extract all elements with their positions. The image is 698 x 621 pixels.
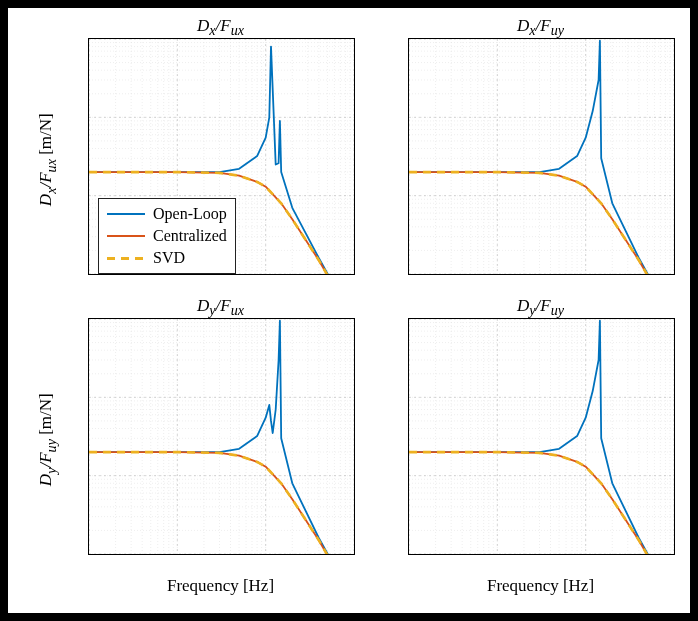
title-bottom-right: Dy/Fuy: [408, 296, 673, 319]
plot-bottom-left: [88, 318, 355, 555]
xlabel-bottom-right: Frequency [Hz]: [408, 576, 673, 596]
ylabel-left-bottom: Dy/Fuy [m/N]: [36, 360, 59, 520]
plot-bottom-right: [408, 318, 675, 555]
legend: Open-Loop Centralized SVD: [98, 198, 236, 274]
legend-row-centralized: Centralized: [107, 225, 227, 247]
xlabel-bottom-left: Frequency [Hz]: [88, 576, 353, 596]
title-bottom-left: Dy/Fux: [88, 296, 353, 319]
legend-swatch-open-loop: [107, 213, 145, 215]
legend-swatch-svd: [107, 257, 145, 260]
legend-label-open-loop: Open-Loop: [153, 205, 227, 223]
plot-top-right: [408, 38, 675, 275]
title-top-left: Dx/Fux: [88, 16, 353, 39]
legend-label-svd: SVD: [153, 249, 185, 267]
ylabel-left-top: Dx/Fux [m/N]: [36, 80, 59, 240]
title-top-right: Dx/Fuy: [408, 16, 673, 39]
legend-row-svd: SVD: [107, 247, 227, 269]
legend-swatch-centralized: [107, 235, 145, 237]
legend-row-open-loop: Open-Loop: [107, 203, 227, 225]
figure: Dx/Fux Dx/Fux [m/N] Dx/Fuy Dy/Fux Dy/Fuy…: [8, 8, 690, 613]
legend-label-centralized: Centralized: [153, 227, 227, 245]
